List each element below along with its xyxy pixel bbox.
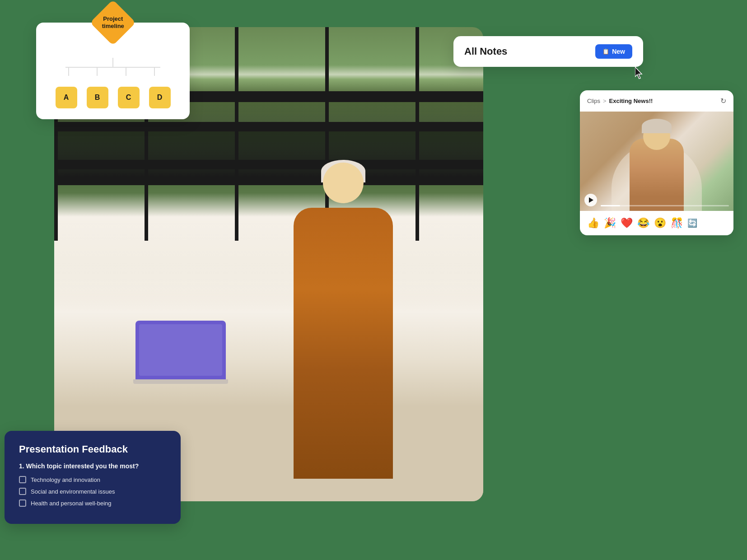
feedback-title: Presentation Feedback	[19, 443, 166, 455]
clips-root: Clips	[587, 98, 600, 104]
reaction-wow[interactable]: 😮	[654, 217, 666, 229]
all-notes-title: All Notes	[464, 46, 507, 57]
feedback-option-3: Health and personal well-being	[19, 499, 166, 507]
reaction-heart[interactable]: ❤️	[621, 217, 633, 229]
option-1-label: Technology and innovation	[31, 476, 100, 483]
laptop-screen	[135, 321, 226, 379]
emoji-reactions: 👍 🎉 ❤️ 😂 😮 🎊 🔄	[580, 211, 733, 235]
video-thumbnail	[580, 112, 733, 211]
video-person-body	[630, 139, 684, 211]
checkbox-1[interactable]	[19, 476, 26, 483]
video-container	[580, 112, 733, 211]
person-body	[294, 208, 393, 479]
play-button[interactable]	[584, 194, 597, 206]
person-figure	[257, 140, 429, 479]
clips-header: Clips > Exciting News!! ↻	[580, 90, 733, 112]
v-drop-1	[68, 67, 69, 76]
reaction-thumbsup[interactable]: 👍	[587, 217, 599, 229]
laptop-screen-content	[139, 324, 222, 376]
checkbox-3[interactable]	[19, 499, 26, 507]
node-c: C	[118, 87, 140, 108]
progress-bar[interactable]	[601, 205, 729, 206]
option-2-label: Social and environmental issues	[31, 488, 115, 495]
node-b: B	[87, 87, 108, 108]
laptop	[135, 321, 226, 384]
feedback-question: 1. Which topic interested you the most?	[19, 462, 166, 470]
v-drop-4	[154, 67, 155, 76]
reaction-laugh[interactable]: 😂	[637, 217, 649, 229]
video-person-hair	[642, 119, 672, 133]
v-drop-3	[126, 67, 126, 76]
person-head	[323, 163, 364, 203]
v-drop-2	[97, 67, 98, 76]
laptop-base	[133, 379, 228, 384]
reaction-party[interactable]: 🎊	[671, 217, 683, 229]
refresh-icon[interactable]: ↻	[720, 97, 726, 105]
play-triangle-icon	[589, 197, 593, 203]
breadcrumb-separator: >	[603, 98, 607, 104]
connector-lines	[51, 58, 175, 85]
clips-current: Exciting News!!	[609, 98, 653, 104]
node-d: D	[149, 87, 171, 108]
node-a: A	[56, 87, 77, 108]
h-connector	[65, 67, 160, 68]
all-notes-card: All Notes 📋 New	[453, 36, 643, 67]
reaction-celebrate[interactable]: 🎉	[604, 217, 616, 229]
clips-card: Clips > Exciting News!! ↻ 👍 🎉 ❤️	[580, 90, 733, 235]
reaction-cycle[interactable]: 🔄	[687, 218, 697, 228]
checkbox-2[interactable]	[19, 488, 26, 495]
timeline-card: Project timeline A B C D	[36, 23, 190, 119]
new-button-label: New	[612, 48, 625, 55]
feedback-card: Presentation Feedback 1. Which topic int…	[5, 431, 181, 524]
cursor	[635, 67, 644, 79]
timeline-title: Project timeline	[97, 15, 129, 29]
new-button[interactable]: 📋 New	[595, 44, 632, 59]
v-line-top	[112, 58, 113, 67]
option-3-label: Health and personal well-being	[31, 500, 112, 507]
clips-breadcrumb: Clips > Exciting News!!	[587, 98, 653, 104]
feedback-option-2: Social and environmental issues	[19, 488, 166, 495]
timeline-nodes: A B C D	[51, 87, 175, 108]
feedback-option-1: Technology and innovation	[19, 476, 166, 483]
new-button-icon: 📋	[602, 48, 609, 55]
progress-bar-fill	[601, 205, 620, 206]
